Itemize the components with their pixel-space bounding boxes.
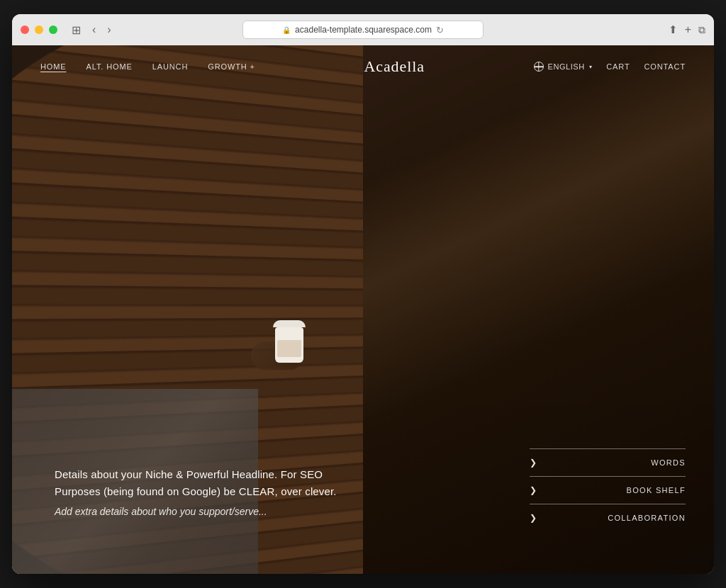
nav-cart[interactable]: CART <box>606 62 630 71</box>
site-logo[interactable]: Acadella <box>364 57 425 75</box>
hero-content: Details about your Niche & Powerful Head… <box>55 466 352 517</box>
nav-right: ENGLISH ▾ CART CONTACT <box>534 62 686 72</box>
title-bar: ⊞ ‹ › 🔒 acadella-template.squarespace.co… <box>12 14 714 45</box>
accordion-chevron-collaboration: ❯ <box>530 513 537 523</box>
new-tab-icon[interactable]: + <box>685 23 691 36</box>
globe-icon <box>534 62 544 72</box>
accordion-item-words[interactable]: ❯ WORDS <box>530 448 686 476</box>
reload-icon[interactable]: ↻ <box>436 25 444 35</box>
windows-icon[interactable]: ⧉ <box>698 24 705 36</box>
nav-link-launch[interactable]: LAUNCH <box>152 62 189 71</box>
coffee-cup <box>272 320 307 363</box>
accordion-label-words: WORDS <box>651 458 686 467</box>
accordion-section: ❯ WORDS ❯ BOOK SHELF ❯ COLLABORATION <box>530 448 686 531</box>
forward-button[interactable]: › <box>104 22 113 38</box>
cup-sleeve <box>277 340 301 357</box>
browser-nav-controls: ⊞ ‹ › <box>69 22 114 38</box>
site-content: HOME ALT. HOME LAUNCH GROWTH + Acadella … <box>12 45 714 574</box>
accordion-chevron-words: ❯ <box>530 458 537 468</box>
language-label: ENGLISH <box>548 62 585 71</box>
language-chevron: ▾ <box>589 64 593 70</box>
cup-body <box>275 327 303 363</box>
title-bar-right-controls: ⬆ + ⧉ <box>669 23 705 36</box>
traffic-lights <box>21 26 57 34</box>
maximize-button[interactable] <box>49 26 57 34</box>
accordion-label-bookshelf: BOOK SHELF <box>627 486 686 494</box>
close-button[interactable] <box>21 26 29 34</box>
lock-icon: 🔒 <box>282 26 291 34</box>
cup-lid <box>273 320 306 327</box>
accordion-chevron-bookshelf: ❯ <box>530 485 537 495</box>
minimize-button[interactable] <box>35 26 43 34</box>
nav-link-alt-home[interactable]: ALT. HOME <box>86 62 133 71</box>
nav-contact[interactable]: CONTACT <box>644 62 686 71</box>
hero-subtext: Add extra details about who you support/… <box>55 506 352 517</box>
hero-headline: Details about your Niche & Powerful Head… <box>55 466 352 500</box>
share-icon[interactable]: ⬆ <box>669 23 678 36</box>
accordion-item-bookshelf[interactable]: ❯ BOOK SHELF <box>530 476 686 504</box>
accordion-label-collaboration: COLLABORATION <box>608 514 686 522</box>
accordion-item-collaboration[interactable]: ❯ COLLABORATION <box>530 504 686 531</box>
mac-window: ⊞ ‹ › 🔒 acadella-template.squarespace.co… <box>12 14 714 574</box>
nav-left: HOME ALT. HOME LAUNCH GROWTH + <box>40 62 255 71</box>
nav-link-growth[interactable]: GROWTH + <box>208 62 255 71</box>
url-text: acadella-template.squarespace.com <box>295 25 432 35</box>
site-navigation: HOME ALT. HOME LAUNCH GROWTH + Acadella … <box>12 45 714 88</box>
back-button[interactable]: ‹ <box>89 22 99 38</box>
nav-link-home[interactable]: HOME <box>40 62 67 71</box>
language-selector[interactable]: ENGLISH ▾ <box>534 62 593 72</box>
sidebar-toggle-button[interactable]: ⊞ <box>69 22 84 38</box>
nav-center: Acadella <box>255 57 534 76</box>
address-bar[interactable]: 🔒 acadella-template.squarespace.com ↻ <box>242 21 484 39</box>
